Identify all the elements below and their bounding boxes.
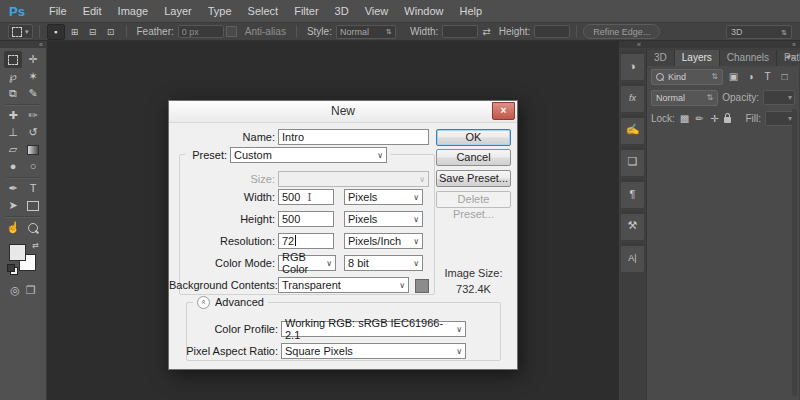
adjustments-icon: ◑ xyxy=(629,60,636,72)
magic-wand-tool[interactable]: ✶ xyxy=(24,68,42,85)
lock-position-icon[interactable]: ✛ xyxy=(709,113,720,124)
shape-tool[interactable] xyxy=(24,197,42,214)
layer-filter-kind-dropdown[interactable]: Kind ⇅ xyxy=(651,69,723,85)
height-unit-value: Pixels xyxy=(348,213,377,225)
height-input[interactable] xyxy=(534,25,570,38)
tools-panel-collapse[interactable]: « xyxy=(0,41,46,48)
clone-stamp-tool[interactable]: ⊥ xyxy=(4,124,22,141)
blur-tool[interactable]: ● xyxy=(4,158,22,175)
history-brush-tool[interactable]: ↺ xyxy=(24,124,42,141)
new-document-dialog: New × Name: Intro OK Cancel Save Preset.… xyxy=(168,100,518,370)
filter-adjustment-layers-icon[interactable]: ◑ xyxy=(744,71,757,82)
resolution-unit-dropdown[interactable]: Pixels/Inch∨ xyxy=(344,233,423,249)
dodge-tool[interactable]: ○ xyxy=(24,158,42,175)
preset-dropdown[interactable]: Custom ∨ xyxy=(230,147,387,163)
menu-view[interactable]: View xyxy=(357,0,397,22)
healing-brush-tool[interactable]: ✚ xyxy=(4,107,22,124)
dialog-title[interactable]: New xyxy=(169,101,517,123)
bit-depth-dropdown[interactable]: 8 bit∨ xyxy=(344,255,423,271)
eyedropper-tool[interactable]: ✎ xyxy=(24,85,42,102)
menu-type[interactable]: Type xyxy=(200,0,240,22)
hand-tool[interactable]: ☝ xyxy=(4,219,22,236)
quick-mask-button[interactable]: ◎ xyxy=(10,284,20,297)
background-color-swatch[interactable] xyxy=(415,279,429,293)
tool-preset-picker[interactable]: ▾ xyxy=(8,24,33,39)
swap-colors-icon[interactable]: ⇄ xyxy=(32,241,39,250)
pixel-aspect-ratio-dropdown[interactable]: Square Pixels∨ xyxy=(281,343,466,359)
selection-mode-subtract-button[interactable]: ⊟ xyxy=(85,25,101,39)
height-input[interactable]: 500 xyxy=(278,211,334,227)
adjustments-panel-button[interactable]: ◑ xyxy=(621,51,644,80)
style-dropdown[interactable]: Normal ⇅ xyxy=(336,25,396,39)
menu-window[interactable]: Window xyxy=(396,0,451,22)
menu-file[interactable]: File xyxy=(41,0,75,22)
color-profile-dropdown[interactable]: Working RGB: sRGB IEC61966-2.1∨ xyxy=(281,321,466,337)
anti-alias-checkbox[interactable] xyxy=(226,26,237,37)
menu-3d[interactable]: 3D xyxy=(327,0,357,22)
menu-help[interactable]: Help xyxy=(451,0,490,22)
height-unit-dropdown[interactable]: Pixels∨ xyxy=(344,211,423,227)
refine-edge-button[interactable]: Refine Edge... xyxy=(583,24,660,39)
expand-panels-icon[interactable]: » xyxy=(792,41,796,48)
filter-shape-layers-icon[interactable]: □ xyxy=(778,71,791,82)
workspace-dropdown[interactable]: 3D ⇅ xyxy=(726,25,792,39)
feather-input[interactable]: 0 px xyxy=(178,25,224,38)
filter-type-layers-icon[interactable]: T xyxy=(761,71,774,82)
path-selection-tool[interactable]: ➤ xyxy=(4,197,22,214)
advanced-header[interactable]: « Advanced xyxy=(193,295,268,309)
collapse-panels-icon[interactable]: « xyxy=(637,41,641,48)
menu-image[interactable]: Image xyxy=(110,0,157,22)
opacity-input[interactable]: ▾ xyxy=(763,90,795,105)
filter-pixel-layers-icon[interactable]: ▣ xyxy=(727,71,740,82)
crop-tool[interactable]: ⧉ xyxy=(4,85,22,102)
paragraph-panel-button[interactable]: ¶ xyxy=(621,179,644,208)
color-mode-dropdown[interactable]: RGB Color∨ xyxy=(278,255,336,271)
name-input[interactable]: Intro xyxy=(278,129,429,145)
width-unit-dropdown[interactable]: Pixels∨ xyxy=(344,189,423,205)
lock-pixels-icon[interactable]: ✏ xyxy=(694,113,705,124)
panel-scrollbar[interactable] xyxy=(792,109,797,396)
type-tool[interactable]: T xyxy=(24,180,42,197)
menu-layer[interactable]: Layer xyxy=(156,0,200,22)
save-preset-button[interactable]: Save Preset... xyxy=(436,170,511,187)
width-input[interactable] xyxy=(442,25,478,38)
layer-comps-panel-button[interactable]: ❏ xyxy=(621,147,644,176)
screen-mode-button[interactable]: ❐ xyxy=(26,284,36,297)
character-panel-button[interactable]: A| xyxy=(621,243,644,272)
cancel-button[interactable]: Cancel xyxy=(436,149,511,166)
tool-presets-panel-button[interactable]: ⚒ xyxy=(621,211,644,240)
move-tool[interactable]: ✛ xyxy=(24,51,42,68)
eraser-tool[interactable]: ▱ xyxy=(4,141,22,158)
brush-tool[interactable]: ✏ xyxy=(24,107,42,124)
tab-3d[interactable]: 3D xyxy=(647,50,675,66)
rectangular-marquee-tool[interactable] xyxy=(4,51,22,68)
gradient-tool[interactable] xyxy=(24,141,42,158)
tab-channels[interactable]: Channels xyxy=(720,50,777,66)
default-colors-icon[interactable] xyxy=(7,264,15,272)
advanced-toggle-icon[interactable]: « xyxy=(197,296,210,309)
lock-all-icon[interactable] xyxy=(724,117,731,123)
swap-dimensions-icon[interactable]: ⇄ xyxy=(482,26,490,37)
fill-input[interactable]: ▾ xyxy=(765,111,795,126)
selection-mode-intersect-button[interactable]: ⊡ xyxy=(103,25,119,39)
blend-mode-dropdown[interactable]: Normal ⇅ xyxy=(651,90,718,106)
background-contents-dropdown[interactable]: Transparent∨ xyxy=(278,277,409,293)
lock-transparency-icon[interactable]: ▩ xyxy=(679,113,690,124)
tab-layers[interactable]: Layers xyxy=(675,50,720,66)
menu-edit[interactable]: Edit xyxy=(75,0,110,22)
ok-button[interactable]: OK xyxy=(436,129,511,146)
lasso-tool[interactable]: ℘ xyxy=(4,68,22,85)
resolution-input[interactable]: 72 xyxy=(278,233,334,249)
width-input[interactable]: 500I xyxy=(278,189,334,205)
panel-menu-icon[interactable]: ▾≡ xyxy=(786,52,796,62)
selection-mode-new-button[interactable]: ▪ xyxy=(47,24,65,40)
styles-panel-button[interactable]: fx xyxy=(621,83,644,112)
menu-select[interactable]: Select xyxy=(240,0,287,22)
foreground-color-swatch[interactable] xyxy=(9,244,26,261)
zoom-tool[interactable] xyxy=(24,219,42,236)
close-icon[interactable]: × xyxy=(492,102,515,120)
brush-panel-button[interactable]: ✍ xyxy=(621,115,644,144)
menu-filter[interactable]: Filter xyxy=(286,0,326,22)
selection-mode-add-button[interactable]: ⊞ xyxy=(67,25,83,39)
pen-tool[interactable]: ✒ xyxy=(4,180,22,197)
